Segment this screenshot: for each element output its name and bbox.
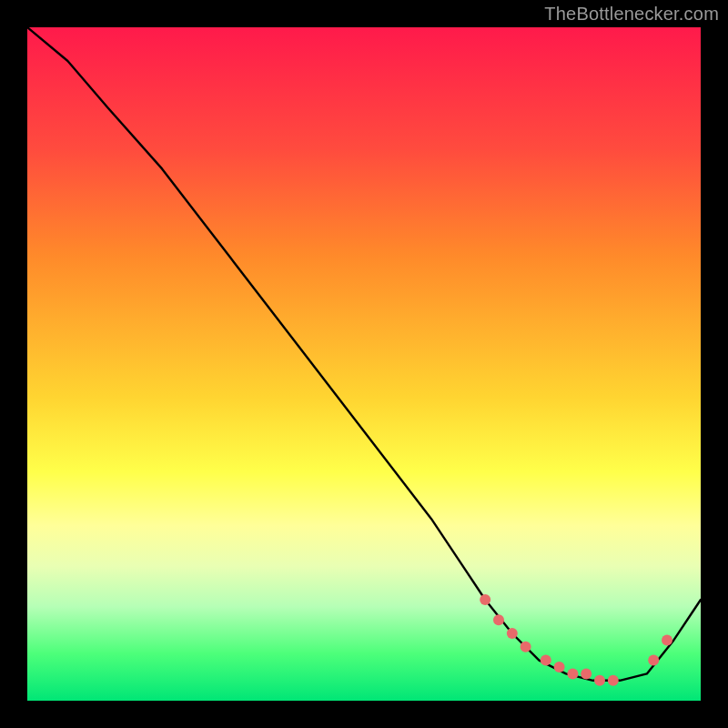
chart-frame: TheBottlenecker.com <box>0 0 728 728</box>
chart-marker <box>567 668 578 679</box>
chart-marker <box>521 642 531 652</box>
chart-marker <box>594 675 605 686</box>
chart-marker <box>480 594 490 605</box>
chart-svg <box>27 27 701 701</box>
chart-marker <box>507 628 518 639</box>
chart-line <box>27 27 701 681</box>
chart-marker <box>581 668 592 679</box>
chart-marker <box>662 634 672 645</box>
chart-marker <box>554 662 565 672</box>
chart-marker <box>493 614 504 625</box>
chart-marker <box>608 675 619 686</box>
chart-markers <box>480 594 672 686</box>
chart-marker <box>648 655 659 666</box>
chart-marker <box>541 655 551 666</box>
attribution-text: TheBottlenecker.com <box>544 4 719 25</box>
plot-area <box>27 27 701 701</box>
